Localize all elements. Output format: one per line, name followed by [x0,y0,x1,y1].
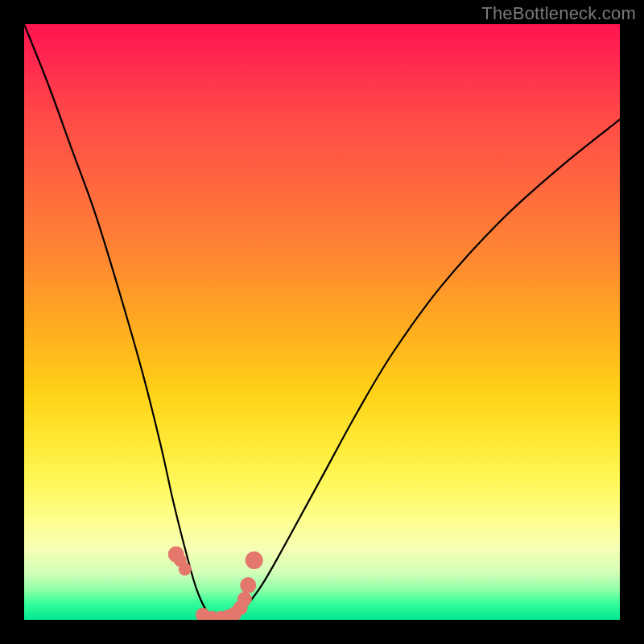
chart-stage: TheBottleneck.com [0,0,644,644]
curve-layer [24,24,620,620]
highlight-dot [237,592,252,606]
highlight-dot [240,577,256,593]
highlight-dot [246,551,263,569]
highlight-dot [179,563,192,576]
highlight-dots [168,547,263,620]
plot-area [24,24,620,620]
watermark-text: TheBottleneck.com [481,3,636,24]
bottleneck-curve [24,24,620,620]
